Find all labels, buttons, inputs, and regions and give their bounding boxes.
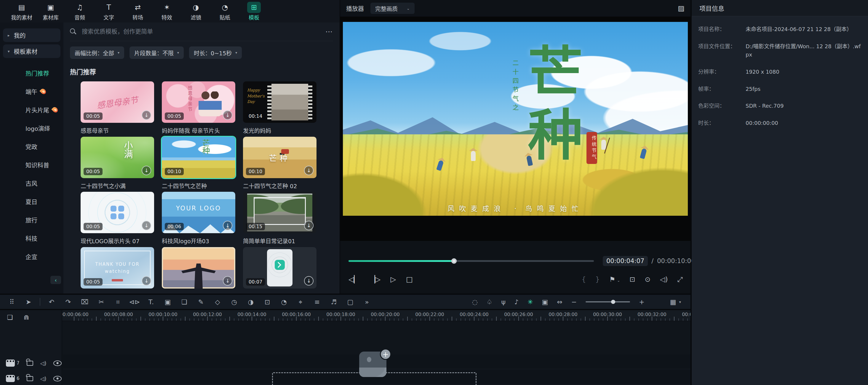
mask-button[interactable]: ▣ <box>159 298 176 306</box>
template-card[interactable]: Happy Mother's Day 00:14 发光的妈妈 <box>243 81 316 134</box>
undo-button[interactable]: ↶ <box>43 298 60 306</box>
tab-transitions[interactable]: ⇄转场 <box>123 2 152 21</box>
category-corporate[interactable]: 企宣 <box>0 247 63 266</box>
tab-my-media[interactable]: ▤我的素材 <box>7 2 36 21</box>
scene-image-icon[interactable]: ▨ <box>678 4 685 12</box>
color-palette-button[interactable]: ◑ <box>242 298 259 306</box>
template-card-selected[interactable]: 芒种 00:10 二十四节气之芒种 <box>162 137 235 190</box>
category-logo[interactable]: logo演绎 <box>0 119 63 137</box>
voiceover-mic-button[interactable]: ψ <box>501 298 506 306</box>
category-summer[interactable]: 夏日 <box>0 193 63 211</box>
category-knowledge[interactable]: 知识科普 <box>0 156 63 174</box>
stop-button[interactable]: □ <box>406 275 413 283</box>
volume-button[interactable]: ◁) <box>660 276 668 283</box>
template-card[interactable]: ↓ <box>162 247 235 288</box>
template-card[interactable]: THANK YOU FOR watching 00:05 ↓ <box>81 247 154 288</box>
timeline-ruler[interactable]: 00:00:06:00 00:00:08:00 00:00:10:00 00:0… <box>62 310 690 321</box>
search-input[interactable] <box>81 28 321 36</box>
split-button[interactable]: ✂ <box>93 298 110 306</box>
motion-track-button[interactable]: ⌖ <box>292 298 309 306</box>
category-travel[interactable]: 旅行 <box>0 211 63 229</box>
download-icon[interactable]: ↓ <box>223 221 232 230</box>
render-preview-button[interactable]: ◌ <box>472 298 478 306</box>
play-button[interactable]: ▷ <box>391 275 396 283</box>
category-intro-outro[interactable]: 片头片尾 <box>0 101 63 119</box>
eye-icon[interactable] <box>53 360 62 366</box>
select-cursor-icon[interactable]: ➤ <box>20 298 37 306</box>
add-media-button[interactable]: + <box>380 349 391 360</box>
download-icon[interactable]: ↓ <box>142 166 151 175</box>
download-icon[interactable]: ↓ <box>304 221 313 230</box>
category-duanwu[interactable]: 端午 <box>0 82 63 101</box>
ai-tool-button[interactable]: ✳ <box>527 298 533 306</box>
category-party[interactable]: 党政 <box>0 137 63 156</box>
marker-button[interactable]: ⚑⌄ <box>609 276 620 283</box>
audio-mixer-button[interactable]: ♬ <box>326 298 342 306</box>
template-card[interactable]: 芒种 00:10 ↓ 二十四节气之芒种 02 <box>243 137 316 190</box>
duplicate-icon[interactable]: ❏ <box>7 314 13 321</box>
speed-button[interactable]: ◷ <box>226 298 242 306</box>
category-hot[interactable]: 热门推荐 <box>0 64 63 82</box>
playback-quality-dropdown[interactable]: 完整画质 ⌄ <box>370 3 414 14</box>
seek-bar[interactable] <box>348 260 594 262</box>
download-icon[interactable]: ↓ <box>142 110 151 120</box>
previous-frame-button[interactable]: ◁▏ <box>348 275 360 283</box>
video-canvas[interactable]: 二十四节气之 芒种 传统节气 风吹麦成浪·鸟鸣夏始忙 <box>343 22 688 216</box>
tab-filters[interactable]: ◑滤镜 <box>181 2 210 21</box>
template-card[interactable]: 00:05 ↓ 现代LOGO展示片头 07 <box>81 192 154 245</box>
mark-in-button[interactable]: { <box>582 276 586 283</box>
crop-button[interactable]: ⌗ <box>110 298 126 306</box>
filter-duration[interactable]: 时长：0~15秒▾ <box>189 46 242 59</box>
template-card[interactable]: 小满 00:05 ↓ 二十四节气之小满 <box>81 137 154 190</box>
draw-button[interactable]: ✎ <box>193 298 209 306</box>
download-icon[interactable]: ↓ <box>142 276 151 286</box>
adjust-button[interactable]: ≡ <box>309 298 326 306</box>
screen-record-button[interactable]: ▣ <box>542 298 548 306</box>
tab-templates[interactable]: ⊞模板 <box>240 2 269 21</box>
stabilize-button[interactable]: ▢ <box>342 298 359 306</box>
clone-button[interactable]: ❏ <box>176 298 193 306</box>
filter-aspect-ratio[interactable]: 画幅比例：全部▾ <box>70 46 124 59</box>
template-card[interactable]: 00:15 ↓ 简简单单日常记录01 <box>243 192 316 245</box>
download-icon[interactable]: ↓ <box>304 166 313 175</box>
text-tool-button[interactable]: T. <box>143 298 159 306</box>
speaker-icon[interactable]: ◁) <box>40 376 46 382</box>
download-icon[interactable]: ↓ <box>223 276 232 286</box>
lock-icon[interactable] <box>27 376 33 381</box>
mirror-display-button[interactable]: ⊡ <box>629 276 635 283</box>
download-icon[interactable]: ↓ <box>223 110 232 120</box>
zoom-out-button[interactable]: − <box>571 298 577 306</box>
mark-out-button[interactable]: } <box>595 276 600 283</box>
download-icon[interactable]: ↓ <box>142 221 151 230</box>
track-manager-button[interactable]: ▦ ▾ <box>670 298 681 306</box>
download-icon[interactable]: ↓ <box>304 276 313 286</box>
snapshot-button[interactable]: ⊙ <box>645 276 650 283</box>
timer-button[interactable]: ◔ <box>276 298 292 306</box>
tab-library[interactable]: ▣素材库 <box>36 2 65 21</box>
chroma-key-button[interactable]: ⊡ <box>259 298 276 306</box>
speed-ramp-button[interactable]: ⊲⊳ <box>126 298 143 306</box>
app-grid-icon[interactable]: ⠿ <box>4 298 20 306</box>
template-card[interactable]: YOUR LOGO 00:06 ↓ 科技风logo开场03 <box>162 192 235 245</box>
tab-effects[interactable]: ✶特效 <box>152 2 181 21</box>
seek-handle[interactable] <box>451 258 457 264</box>
template-card[interactable]: 感恩母亲节 00:05 ↓ 妈妈伴随我 母亲节片头 <box>162 81 235 134</box>
audio-list-button[interactable]: ♪ <box>515 298 519 306</box>
delete-button[interactable]: ⌧ <box>76 298 93 306</box>
sidebar-section-template-media[interactable]: ▾模板素材 <box>3 44 60 58</box>
keyframe-button[interactable]: ◇ <box>209 298 226 306</box>
sidebar-section-my[interactable]: ▸我的 <box>3 28 60 42</box>
tab-text[interactable]: T文字 <box>94 2 123 21</box>
zoom-slider-handle[interactable] <box>611 300 615 304</box>
auto-scroll-button[interactable]: ⇔ <box>557 298 562 306</box>
template-card[interactable]: 感恩母亲节 00:05 ↓ 感恩母亲节 <box>81 81 154 134</box>
next-frame-button[interactable]: ▕▷ <box>370 275 380 283</box>
fullscreen-button[interactable]: ⤢ <box>677 276 683 283</box>
shield-icon[interactable]: ♤ <box>487 298 493 306</box>
eye-icon[interactable] <box>53 376 62 381</box>
redo-button[interactable]: ↷ <box>60 298 76 306</box>
category-tech[interactable]: 科技 <box>0 229 63 247</box>
category-ancient[interactable]: 古风 <box>0 174 63 193</box>
more-options-button[interactable]: ⋯ <box>326 28 333 36</box>
lock-icon[interactable] <box>27 361 33 366</box>
